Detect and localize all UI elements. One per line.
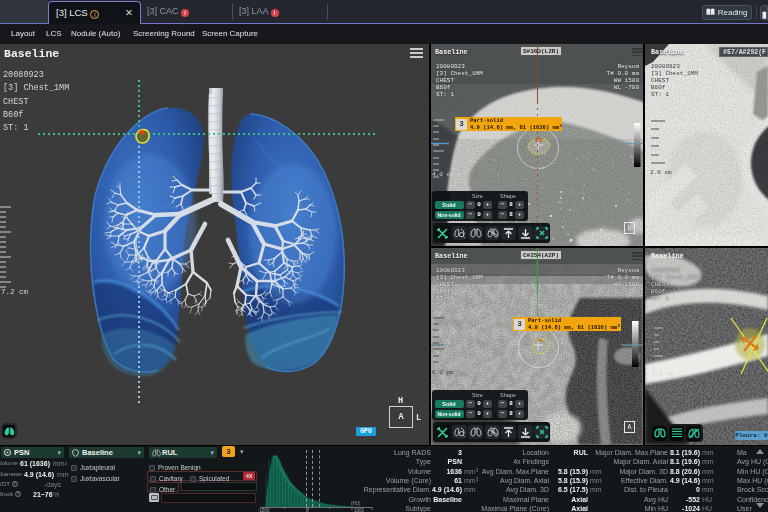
svg-text:0: 0 xyxy=(306,508,309,512)
svg-text:-1000: -1000 xyxy=(258,508,270,512)
